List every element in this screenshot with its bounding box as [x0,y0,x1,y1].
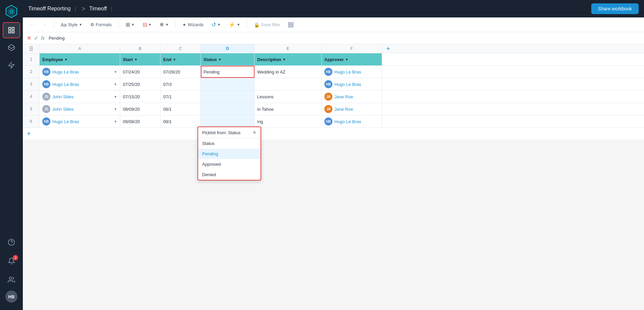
picklist-item-pending[interactable]: Pending [198,149,261,159]
employee-dropdown-2[interactable]: ▼ [112,70,117,74]
employee-dropdown-3[interactable]: ▼ [112,83,117,86]
picklist-item-denied[interactable]: Denied [198,169,261,180]
cell-2-approver[interactable]: HB Hugo Le Bras [322,66,382,78]
sidebar-item-notifications[interactable]: 2 [3,253,20,269]
header-start[interactable]: Start ▼ [120,53,160,65]
col-header-b[interactable]: B [120,44,160,53]
cell-6-status[interactable] [201,115,255,127]
col-header-a[interactable]: A [40,44,120,53]
cell-4-employee[interactable]: JS John Stiles ▼ [40,91,120,103]
header-end[interactable]: End ▼ [160,53,201,65]
employee-name-5[interactable]: John Stiles [52,107,74,112]
formula-cancel[interactable]: ✕ [27,35,31,41]
cell-2-status[interactable]: Pending [201,66,255,78]
sidebar-item-grid[interactable] [3,22,20,38]
sidebar-item-layers[interactable] [3,40,20,56]
approver-name-5[interactable]: Jane Roe [334,107,353,112]
wizards-button[interactable]: ✦ Wizards [180,21,206,29]
employee-name-4[interactable]: John Stiles [52,94,74,99]
cell-4-status[interactable] [201,91,255,103]
approver-name-2[interactable]: Hugo Le Bras [334,69,361,74]
approver-name-6[interactable]: Hugo Le Bras [334,119,361,124]
cell-6-description[interactable]: ing [255,115,322,127]
style-button[interactable]: Aa Style ▼ [58,21,85,29]
approver-name-3[interactable]: Hugo Le Bras [334,82,361,87]
cell-6-start[interactable]: 09/08/20 [120,115,160,127]
employee-dropdown-6[interactable]: ▼ [112,120,117,123]
table-row: 5 JS John Stiles ▼ 08/09/20 08/1 in Taho… [23,103,644,115]
employee-dropdown-5[interactable]: ▼ [112,107,117,111]
employee-dropdown-4[interactable]: ▼ [112,95,117,99]
start-filter-arrow[interactable]: ▼ [134,58,138,61]
col-header-e[interactable]: E [255,44,322,53]
status-filter-arrow[interactable]: ▼ [218,58,222,61]
employee-filter-arrow[interactable]: ▼ [64,58,67,61]
col-header-d[interactable]: D [201,44,255,53]
col-header-c[interactable]: C [160,44,201,53]
cell-6-approver[interactable]: HB Hugo Le Bras [322,115,382,127]
cell-4-description[interactable]: Lessons [255,91,322,103]
cell-6-end[interactable]: 09/1 [160,115,201,127]
topbar-dots-2[interactable]: ⋮ [109,6,114,11]
cell-5-start[interactable]: 08/09/20 [120,103,160,115]
cell-3-start[interactable]: 07/25/20 [120,78,160,90]
sidebar-item-help[interactable] [3,234,20,250]
freeze-button[interactable]: ❄ ▼ [157,20,171,29]
approver-name-4[interactable]: Jane Roe [334,94,353,99]
save-filter-button[interactable]: 🔒 Save filter [251,21,283,29]
cell-5-approver[interactable]: JR Jane Roe [322,103,382,115]
employee-name-6[interactable]: Hugo Le Bras [52,119,79,124]
cell-3-status[interactable] [201,78,255,90]
columns-button[interactable]: ⊞ ▼ [123,20,137,29]
cell-2-employee[interactable]: HB Hugo Le Bras ▼ [40,66,120,78]
header-status[interactable]: Status ▼ [201,53,255,65]
add-row-button[interactable]: + [23,128,644,140]
grid-view-button[interactable] [286,20,296,30]
cell-5-end[interactable]: 08/1 [160,103,201,115]
cell-2-start[interactable]: 07/24/20 [120,66,160,78]
forward-button[interactable]: → [40,20,50,30]
row-num-4: 4 [23,91,40,103]
header-approver[interactable]: Approver ▼ [322,53,382,65]
topbar-dots-1[interactable]: ⋮ [73,6,78,11]
cell-5-description[interactable]: in Tahoe [255,103,322,115]
svg-rect-14 [291,25,293,27]
description-filter-arrow[interactable]: ▼ [283,58,286,61]
header-employee[interactable]: Employee ▼ [40,53,120,65]
col-header-f[interactable]: F [322,44,382,53]
cell-2-description[interactable]: Wedding in AZ [255,66,322,78]
cell-3-approver[interactable]: HB Hugo Le Bras [322,78,382,90]
cell-4-end[interactable]: 07/1 [160,91,201,103]
app-logo[interactable]: ⬡ [3,3,20,19]
sync-button[interactable]: ↺ ▼ [209,20,223,29]
formula-confirm[interactable]: ✓ [34,35,38,41]
picklist-close-button[interactable]: ✕ [252,130,257,135]
cell-6-employee[interactable]: HB Hugo Le Bras ▼ [40,115,120,127]
cell-3-end[interactable]: 07/3 [160,78,201,90]
cell-5-employee[interactable]: JS John Stiles ▼ [40,103,120,115]
filter-button[interactable]: ⊟ ▼ [140,20,154,29]
cell-5-status[interactable] [201,103,255,115]
approver-filter-arrow[interactable]: ▼ [345,58,349,61]
wizards-icon: ✦ [182,22,186,28]
add-column-button[interactable]: + [382,44,394,53]
add-action-button[interactable]: ⚡ ▼ [226,20,243,29]
cell-4-approver[interactable]: JR Jane Roe [322,91,382,103]
formats-button[interactable]: ⚙ Formats [88,21,114,29]
cell-4-start[interactable]: 07/15/20 [120,91,160,103]
sidebar-item-lightning[interactable] [3,57,20,73]
employee-name-2[interactable]: Hugo Le Bras [52,69,79,74]
picklist-item-approved[interactable]: Approved [198,159,261,169]
cell-3-employee[interactable]: HB Hugo Le Bras ▼ [40,78,120,90]
sidebar-item-users[interactable] [3,272,20,288]
header-description[interactable]: Description ▼ [255,53,322,65]
user-avatar[interactable]: HB [5,291,17,303]
picklist-item-status[interactable]: Status [198,138,261,149]
cell-2-end[interactable]: 07/28/20 [160,66,201,78]
save-filter-label: Save filter [261,22,280,27]
cell-3-description[interactable] [255,78,322,90]
employee-name-3[interactable]: Hugo Le Bras [52,82,79,87]
share-workbook-button[interactable]: Share workbook [591,3,639,14]
back-button[interactable]: ← [27,20,37,30]
end-filter-arrow[interactable]: ▼ [173,58,176,61]
